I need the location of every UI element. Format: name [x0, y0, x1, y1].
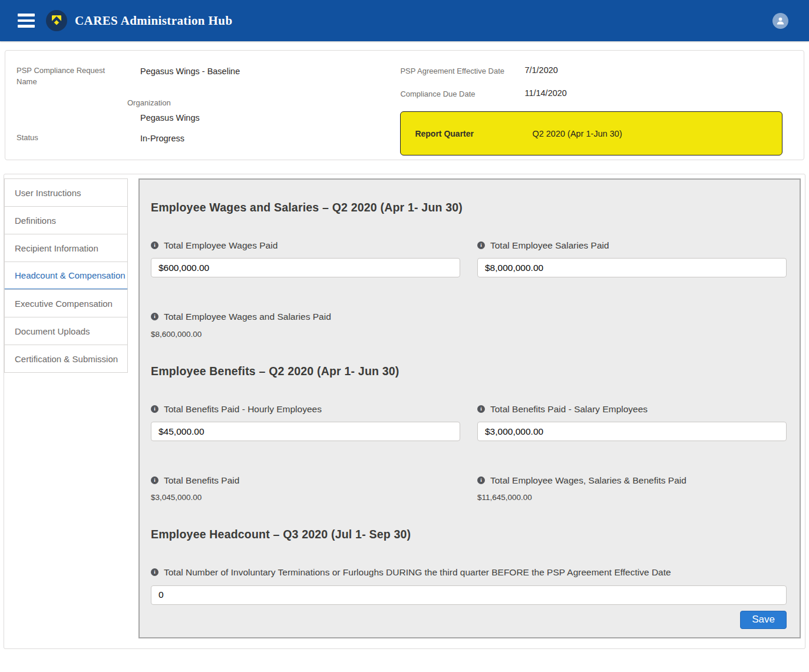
involuntary-terminations-field: i Total Number of Involuntary Terminatio…	[151, 565, 787, 604]
info-icon[interactable]: i	[151, 241, 159, 249]
app-title: CARES Administration Hub	[75, 14, 233, 28]
benefits-salary-label: Total Benefits Paid - Salary Employees	[490, 402, 648, 417]
effective-date-label: PSP Agreement Effective Date	[400, 65, 524, 75]
due-date-value: 11/14/2020	[524, 88, 567, 98]
organization-label: Organization	[127, 98, 400, 109]
salaries-paid-input[interactable]	[477, 258, 787, 277]
benefits-total-value: $3,045,000.00	[151, 493, 460, 502]
benefits-salary-input[interactable]	[477, 422, 787, 441]
info-icon[interactable]: i	[477, 241, 485, 249]
due-date-label: Compliance Due Date	[400, 88, 524, 98]
info-icon[interactable]: i	[151, 313, 159, 320]
section-nav: User Instructions Definitions Recipient …	[4, 179, 128, 638]
sidebar-item-certification-submission[interactable]: Certification & Submission	[4, 345, 128, 373]
info-icon[interactable]: i	[151, 568, 159, 576]
report-quarter-value: Q2 2020 (Apr 1-Jun 30)	[532, 129, 622, 138]
sidebar-item-definitions[interactable]: Definitions	[4, 206, 128, 234]
info-icon[interactable]: i	[151, 476, 159, 484]
involuntary-terminations-label: Total Number of Involuntary Terminations…	[164, 565, 671, 580]
wages-salaries-total-value: $8,600,000.00	[151, 330, 787, 339]
headcount-compensation-form: Employee Wages and Salaries – Q2 2020 (A…	[138, 178, 801, 638]
salaries-paid-label: Total Employee Salaries Paid	[490, 238, 609, 253]
cares-logo-icon	[46, 10, 67, 31]
status-value: In-Progress	[140, 133, 184, 144]
wages-paid-label: Total Employee Wages Paid	[164, 238, 278, 253]
sidebar-item-document-uploads[interactable]: Document Uploads	[4, 317, 128, 345]
report-quarter-highlight: Report Quarter Q2 2020 (Apr 1-Jun 30)	[400, 111, 782, 155]
benefits-hourly-label: Total Benefits Paid - Hourly Employees	[164, 402, 322, 417]
wages-salaries-total-field: i Total Employee Wages and Salaries Paid…	[151, 309, 787, 338]
grand-total-field: i Total Employee Wages, Salaries & Benef…	[477, 473, 787, 502]
grand-total-value: $11,645,000.00	[477, 493, 787, 502]
benefits-hourly-input[interactable]	[151, 422, 460, 441]
sidebar-item-user-instructions[interactable]: User Instructions	[4, 178, 128, 207]
organization-value: Pegasus Wings	[140, 112, 400, 124]
wages-section-title: Employee Wages and Salaries – Q2 2020 (A…	[151, 201, 787, 214]
involuntary-terminations-input[interactable]	[151, 585, 787, 605]
wages-paid-field: i Total Employee Wages Paid	[151, 238, 460, 277]
benefits-total-label: Total Benefits Paid	[164, 473, 239, 488]
compliance-summary-card: PSP Compliance Request Name Pegasus Wing…	[5, 50, 804, 160]
hamburger-menu-icon[interactable]	[18, 14, 35, 28]
grand-total-label: Total Employee Wages, Salaries & Benefit…	[490, 473, 686, 488]
summary-left-column: PSP Compliance Request Name Pegasus Wing…	[16, 65, 400, 149]
info-icon[interactable]: i	[151, 405, 159, 413]
wages-paid-input[interactable]	[151, 258, 460, 277]
benefits-total-field: i Total Benefits Paid $3,045,000.00	[151, 473, 460, 502]
headcount-section-title: Employee Headcount – Q3 2020 (Jul 1- Sep…	[151, 528, 787, 541]
info-icon[interactable]: i	[477, 476, 485, 484]
report-quarter-label: Report Quarter	[415, 129, 532, 138]
save-button[interactable]: Save	[740, 611, 787, 629]
sidebar-item-executive-compensation[interactable]: Executive Compensation	[4, 289, 128, 317]
request-name-value: Pegasus Wings - Baseline	[140, 65, 240, 88]
app-header: CARES Administration Hub	[0, 0, 809, 41]
benefits-salary-field: i Total Benefits Paid - Salary Employees	[477, 402, 787, 441]
user-avatar-icon[interactable]	[772, 13, 788, 29]
summary-right-column: PSP Agreement Effective Date 7/1/2020 Co…	[400, 65, 792, 149]
benefits-section-title: Employee Benefits – Q2 2020 (Apr 1- Jun …	[151, 365, 787, 378]
status-label: Status	[16, 133, 140, 144]
sidebar-item-recipient-information[interactable]: Recipient Information	[4, 234, 128, 262]
effective-date-value: 7/1/2020	[524, 65, 557, 75]
info-icon[interactable]: i	[477, 405, 485, 413]
content-wrap: User Instructions Definitions Recipient …	[4, 174, 805, 649]
request-name-label: PSP Compliance Request Name	[16, 65, 140, 88]
benefits-hourly-field: i Total Benefits Paid - Hourly Employees	[151, 402, 460, 441]
salaries-paid-field: i Total Employee Salaries Paid	[477, 238, 787, 277]
sidebar-item-headcount-compensation[interactable]: Headcount & Compensation	[4, 261, 128, 290]
wages-salaries-total-label: Total Employee Wages and Salaries Paid	[164, 309, 331, 325]
